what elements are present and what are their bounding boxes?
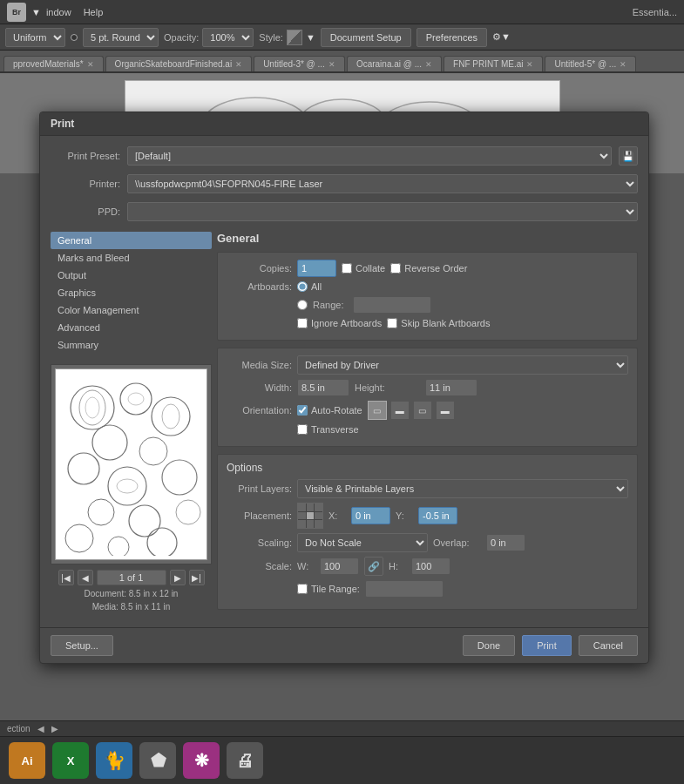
done-button[interactable]: Done: [463, 635, 515, 656]
setup-button[interactable]: Setup...: [51, 635, 113, 656]
auto-rotate-label: Auto-Rotate: [311, 405, 362, 416]
preset-select[interactable]: [Default]: [127, 146, 612, 166]
auto-rotate-checkbox[interactable]: [297, 405, 308, 416]
next-page-button[interactable]: ▶: [170, 570, 186, 585]
w-input[interactable]: [320, 558, 359, 575]
y-input[interactable]: [418, 507, 457, 524]
menu-help[interactable]: Help: [84, 7, 104, 17]
first-page-button[interactable]: |◀: [58, 570, 74, 585]
sidebar-item-graphics[interactable]: Graphics: [51, 284, 212, 301]
sidebar-item-summary[interactable]: Summary: [51, 336, 212, 354]
scaling-label: Scaling:: [227, 537, 292, 548]
svg-point-18: [85, 397, 99, 418]
last-page-button[interactable]: ▶|: [189, 570, 205, 585]
tab-close-icon[interactable]: ✕: [526, 60, 533, 69]
width-input[interactable]: [297, 379, 349, 396]
brush-size-select[interactable]: 5 pt. Round: [83, 28, 159, 47]
preferences-button[interactable]: Preferences: [416, 28, 487, 47]
landscape-flip-icon[interactable]: ▬: [436, 401, 455, 420]
placement-grid[interactable]: [297, 503, 323, 529]
prev-page-button[interactable]: ◀: [78, 570, 93, 585]
tab-untitled5[interactable]: Untitled-5* @ ... ✕: [545, 56, 636, 71]
svg-point-10: [108, 467, 146, 505]
orientation-icons: ▭ ▬ ▭ ▬: [368, 401, 455, 420]
sidebar-item-colormanagement[interactable]: Color Management: [51, 301, 212, 319]
all-radio[interactable]: [297, 281, 308, 292]
tool-selector[interactable]: Uniform: [5, 28, 65, 47]
tab-label: FNF PRINT ME.ai: [453, 59, 523, 69]
artboards-label: Artboards:: [227, 281, 292, 292]
orientation-label: Orientation:: [227, 405, 292, 416]
page-input[interactable]: [97, 570, 166, 585]
print-layers-label: Print Layers:: [227, 483, 292, 494]
cancel-button[interactable]: Cancel: [579, 635, 638, 656]
extras-icon[interactable]: ⚙▼: [492, 31, 511, 43]
sidebar-item-output[interactable]: Output: [51, 267, 212, 284]
height-input[interactable]: [425, 379, 477, 396]
x-input[interactable]: [351, 507, 390, 524]
sidebar-item-advanced[interactable]: Advanced: [51, 319, 212, 336]
menu-window[interactable]: indow: [46, 7, 71, 17]
tab-close-icon[interactable]: ✕: [87, 60, 94, 69]
reverse-order-checkbox[interactable]: [390, 263, 401, 274]
scaling-select[interactable]: Do Not Scale: [297, 533, 428, 552]
portrait-icon[interactable]: ▭: [368, 401, 387, 420]
taskbar-app-misc3[interactable]: ❋: [183, 742, 220, 779]
copies-row: Copies: Collate Reverse Order: [227, 260, 628, 277]
tab-ocaraina[interactable]: Ocaraina.ai @ ... ✕: [347, 56, 442, 71]
range-radio[interactable]: [297, 300, 308, 310]
taskbar-app-misc1[interactable]: 🐈: [96, 742, 132, 779]
tab-close-icon[interactable]: ✕: [328, 60, 335, 69]
style-dropdown-icon[interactable]: ▼: [306, 32, 315, 43]
tab-close-icon[interactable]: ✕: [425, 60, 432, 69]
dialog-body: Print Preset: [Default] 💾 Printer: \\uss…: [40, 136, 648, 232]
skip-blank-checkbox[interactable]: [387, 318, 397, 328]
print-layers-row: Print Layers: Visible & Printable Layers: [227, 479, 628, 498]
tab-close-icon[interactable]: ✕: [235, 60, 242, 69]
portrait-flip-icon[interactable]: ▭: [413, 401, 432, 420]
tab-fnfprint[interactable]: FNF PRINT ME.ai ✕: [444, 56, 543, 71]
transverse-checkbox[interactable]: [297, 424, 308, 435]
print-layers-select[interactable]: Visible & Printable Layers: [297, 479, 628, 498]
skip-blank-label: Skip Blank Artboards: [401, 318, 490, 328]
collate-checkbox[interactable]: [342, 263, 352, 274]
printer-select[interactable]: \\ussfopdwcpmt04\SFOPRN045-FIRE Laser: [127, 174, 638, 193]
content-panel: General Copies: Collate Reverse Order: [217, 232, 638, 617]
taskbar-app-misc2[interactable]: ⬟: [139, 742, 176, 779]
document-setup-button[interactable]: Document Setup: [321, 28, 411, 47]
taskbar-illustrator[interactable]: Ai: [9, 742, 45, 779]
print-button[interactable]: Print: [522, 635, 572, 656]
overlap-input[interactable]: [486, 534, 525, 551]
tile-range-input[interactable]: [365, 580, 444, 598]
scroll-left-icon[interactable]: ◀: [37, 724, 44, 733]
tab-untitled3[interactable]: Untitled-3* @ ... ✕: [254, 56, 345, 71]
tab-approvedmaterials[interactable]: pprovedMaterials* ✕: [3, 56, 104, 71]
toolbar: Uniform 5 pt. Round Opacity: 100% Style:…: [0, 24, 684, 51]
sidebar-item-marksbleed[interactable]: Marks and Bleed: [51, 249, 212, 267]
sidebar-item-general[interactable]: General: [51, 232, 212, 249]
link-scale-icon[interactable]: 🔗: [364, 557, 383, 576]
range-input[interactable]: [353, 296, 431, 314]
ignore-artboards-checkbox[interactable]: [297, 318, 308, 328]
taskbar-excel[interactable]: X: [52, 742, 89, 779]
opacity-select[interactable]: 100%: [202, 28, 254, 47]
svg-point-5: [120, 383, 152, 415]
ppd-select[interactable]: [127, 202, 638, 221]
taskbar-app-misc4[interactable]: 🖨: [227, 742, 263, 779]
artboards-row: Artboards: All: [227, 281, 628, 292]
tile-range-checkbox[interactable]: [297, 584, 308, 594]
tab-organicskateboard[interactable]: OrganicSkateboardFinished.ai ✕: [105, 56, 253, 71]
h-input[interactable]: [411, 558, 450, 575]
scroll-right-icon[interactable]: ▶: [51, 724, 58, 733]
landscape-icon[interactable]: ▬: [390, 401, 410, 420]
brush-dot-icon: [71, 34, 78, 41]
preset-save-icon[interactable]: 💾: [619, 146, 638, 166]
media-size-select[interactable]: Defined by Driver: [297, 355, 628, 375]
opacity-label: Opacity:: [164, 32, 199, 43]
options-content-section: Options Print Layers: Visible & Printabl…: [217, 454, 638, 610]
tab-label: Ocaraina.ai @ ...: [356, 59, 422, 69]
style-swatch[interactable]: [287, 30, 302, 45]
copies-input[interactable]: [297, 260, 336, 277]
media-info: Media: 8.5 in x 11 in: [51, 602, 212, 612]
tab-close-icon[interactable]: ✕: [620, 60, 626, 69]
